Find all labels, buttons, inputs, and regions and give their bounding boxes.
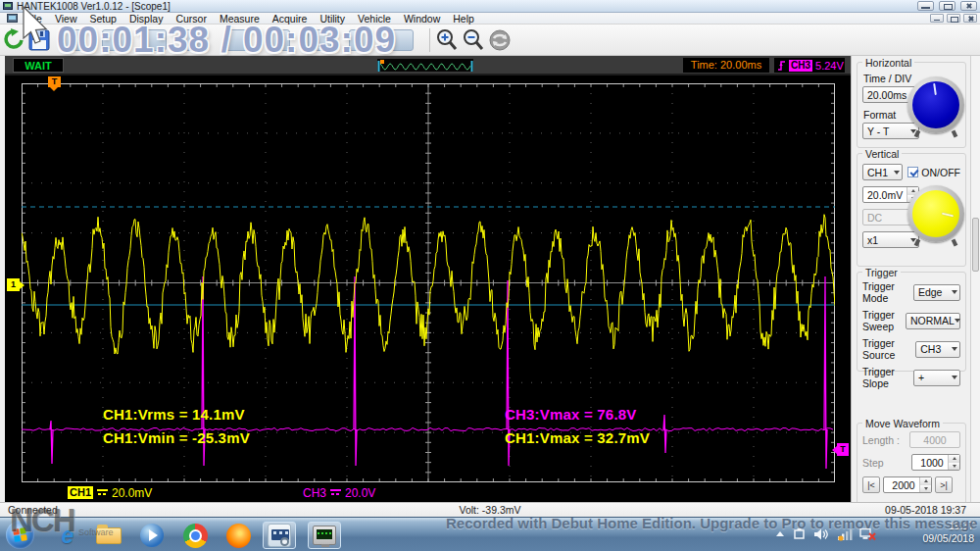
- trigger-position-marker[interactable]: T: [48, 76, 61, 87]
- maximize-button[interactable]: [939, 1, 956, 11]
- title-bar: HANTEK1008 Ver1.0.12 - [Scope1]: [0, 0, 980, 13]
- toolbar-icon-8[interactable]: [349, 29, 372, 51]
- windows-flag-icon: [13, 527, 27, 542]
- zoom-out-icon[interactable]: [462, 27, 485, 53]
- knob-foot: [914, 129, 921, 137]
- trigger-slope-row: Trigger Slope+: [862, 366, 960, 389]
- clock-time: 19:37: [922, 520, 974, 532]
- toolbar-icon-4[interactable]: [184, 29, 208, 51]
- format-select[interactable]: Y - T: [862, 123, 919, 139]
- save-icon[interactable]: [27, 27, 51, 53]
- menu-item-view[interactable]: View: [55, 13, 77, 25]
- length-label: Length :: [862, 434, 900, 446]
- debut-recorder-icon: [268, 524, 291, 547]
- child-restore-button[interactable]: [947, 14, 960, 23]
- toolbar-icon-2[interactable]: [102, 29, 125, 51]
- toolbar-icon-9[interactable]: [390, 29, 414, 51]
- spinner-down-icon[interactable]: [949, 463, 959, 471]
- taskbar-clock[interactable]: 19:37 09/05/2018: [922, 520, 974, 545]
- scope-display: WAIT Time: 20.00ms CH3 5.24V T 1 T CH1:V…: [5, 56, 851, 502]
- menu-item-file[interactable]: File: [25, 13, 42, 25]
- menu-item-vehicle[interactable]: Vehicle: [358, 13, 391, 25]
- step-spinner[interactable]: 1000: [911, 454, 960, 471]
- position-spinner[interactable]: 2000: [883, 476, 932, 493]
- taskbar-ie-button[interactable]: e: [51, 522, 84, 549]
- measurement-ch1-vmax: CH1:Vmax = 32.7mV: [505, 429, 650, 446]
- spinner-up-icon[interactable]: [920, 477, 931, 485]
- panel-scrollbar[interactable]: [970, 56, 980, 502]
- probe-select[interactable]: x1: [862, 231, 919, 248]
- move-waveform-group-title: Move Waveform: [862, 418, 943, 429]
- channel-select[interactable]: CH1: [862, 164, 903, 180]
- folder-icon: [96, 527, 122, 544]
- scrollbar-thumb[interactable]: [972, 218, 979, 272]
- taskbar-chrome-button[interactable]: [178, 522, 212, 549]
- scope-status-bar: WAIT Time: 20.00ms CH3 5.24V: [5, 56, 851, 75]
- trigger-source-select[interactable]: CH3: [915, 341, 960, 358]
- trigger-group-title: Trigger: [862, 267, 901, 278]
- taskbar-firefox-button[interactable]: [221, 522, 255, 549]
- menu-item-display[interactable]: Display: [129, 13, 163, 25]
- close-button[interactable]: [960, 1, 977, 11]
- refresh-connect-icon[interactable]: [2, 27, 25, 53]
- volt-readout: Volt: -39.3mV: [0, 504, 980, 516]
- battery-icon[interactable]: [794, 527, 808, 541]
- ch1-zero-marker[interactable]: 1: [7, 278, 20, 291]
- knob-foot: [952, 129, 958, 137]
- taskbar-debut-button[interactable]: [263, 522, 296, 549]
- zoom-in-icon[interactable]: [435, 27, 459, 53]
- control-panel: Horizontal Time / DIV 20.00ms Format Y -…: [851, 56, 970, 502]
- toolbar-icon-6[interactable]: [267, 29, 290, 51]
- network-error-icon[interactable]: [859, 527, 876, 541]
- trigger-source-label: Trigger Source: [862, 337, 915, 361]
- menu-item-measure[interactable]: Measure: [220, 13, 260, 25]
- status-datetime: 09-05-2018 19:37: [885, 504, 966, 516]
- move-to-begin-button[interactable]: |<: [862, 476, 880, 493]
- menu-item-setup[interactable]: Setup: [90, 13, 117, 25]
- trigger-level-marker[interactable]: T: [837, 443, 849, 456]
- vertical-knob[interactable]: [907, 185, 964, 242]
- toolbar-icon-1[interactable]: [61, 29, 84, 51]
- child-minimize-button[interactable]: [930, 14, 944, 23]
- taskbar: e: [0, 517, 980, 551]
- dropdown-arrow-icon: [894, 171, 900, 175]
- waveform-preview[interactable]: [377, 59, 473, 72]
- scope-window-icon[interactable]: [7, 14, 18, 23]
- volume-icon[interactable]: [813, 527, 829, 541]
- toolbar-icon-3[interactable]: [143, 29, 167, 51]
- toolbar-icon-5[interactable]: [225, 29, 249, 51]
- minimize-button[interactable]: [917, 1, 934, 11]
- channel-onoff-checkbox[interactable]: ON/OFF: [907, 167, 960, 178]
- taskbar-hantek-button[interactable]: [308, 522, 341, 549]
- window-title: HANTEK1008 Ver1.0.12 - [Scope1]: [17, 1, 171, 12]
- menu-item-help[interactable]: Help: [453, 13, 474, 25]
- tray-expand-icon[interactable]: [776, 531, 784, 536]
- horizontal-knob[interactable]: [907, 76, 964, 133]
- menu-item-window[interactable]: Window: [404, 13, 440, 25]
- toolbar-icon-7[interactable]: [308, 29, 331, 51]
- trigger-slope-select[interactable]: +: [913, 370, 960, 386]
- trigger-slope-label: Trigger Slope: [862, 366, 913, 389]
- trigger-rows: Trigger ModeEdgeTrigger SweepNORMALTrigg…: [862, 280, 960, 389]
- taskbar-media-player-button[interactable]: [135, 522, 169, 549]
- trigger-mode-select[interactable]: Edge: [913, 284, 960, 301]
- menu-item-acquire[interactable]: Acquire: [272, 13, 308, 25]
- menu-item-utility[interactable]: Utility: [319, 13, 345, 25]
- media-player-icon: [140, 524, 164, 547]
- menu-bar: FileViewSetupDisplayCursorMeasureAcquire…: [25, 13, 474, 25]
- move-waveform-group: Move Waveform Length : 4000 Step 1000 |<…: [857, 423, 966, 507]
- ch3-scale-value: 20.0V: [345, 486, 375, 500]
- taskbar-explorer-button[interactable]: [92, 522, 125, 549]
- child-close-button[interactable]: [963, 14, 977, 23]
- trigger-sweep-label: Trigger Sweep: [862, 309, 906, 332]
- trigger-sweep-select[interactable]: NORMAL: [906, 313, 960, 329]
- menu-bar-row: FileViewSetupDisplayCursorMeasureAcquire…: [0, 13, 980, 25]
- move-to-end-button[interactable]: >|: [935, 476, 953, 493]
- start-button[interactable]: [6, 521, 34, 549]
- spinner-up-icon[interactable]: [949, 455, 959, 463]
- ch3-dc-coupling-icon: [330, 489, 341, 496]
- knob-foot: [952, 238, 958, 246]
- spinner-down-icon[interactable]: [920, 485, 931, 493]
- signal-strength-icon[interactable]: [837, 527, 853, 541]
- menu-item-cursor[interactable]: Cursor: [175, 13, 207, 25]
